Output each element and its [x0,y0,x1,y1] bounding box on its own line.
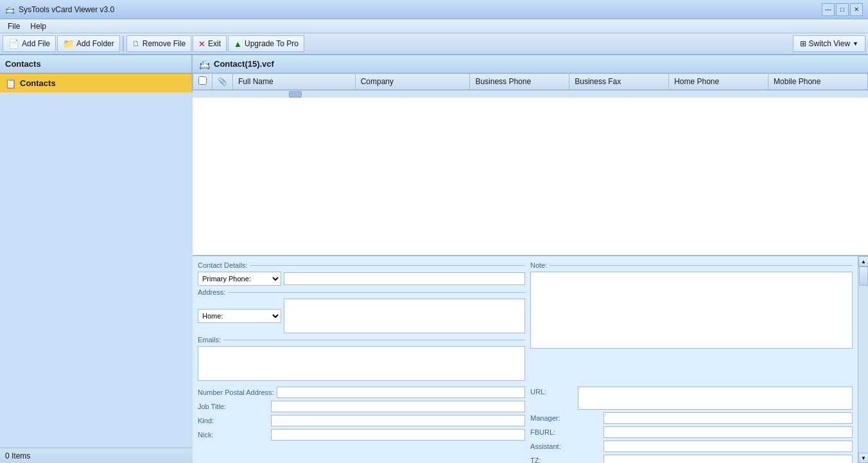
content-header: 📇 Contact(15).vcf [193,55,868,73]
sidebar-title: Contacts [5,59,41,69]
contact-details-label: Contact Details: [198,261,525,269]
status-text: 0 Items [5,451,30,460]
maximize-button[interactable]: □ [836,3,849,16]
bottom-left-panel: Number Postal Address: Job Title: Kind: [198,387,525,463]
note-line [550,265,853,266]
primary-phone-row: Primary Phone: Home Phone: Work Phone: M… [198,272,525,286]
fburl-row: FBURL: [530,426,853,438]
col-header-checkbox[interactable] [193,74,213,90]
select-all-checkbox[interactable] [198,76,207,85]
manager-label: Manager: [530,414,601,422]
assistant-label: Assistant: [530,442,601,450]
sidebar-contacts-icon: 📋 [5,78,16,89]
emails-textarea[interactable] [198,346,525,381]
col-header-mphone[interactable]: Mobile Phone [768,74,868,90]
upgrade-label: Upgrade To Pro [245,39,299,48]
address-type-select[interactable]: Home: Work: Other: [198,309,281,323]
close-button[interactable]: ✕ [850,3,863,16]
col-header-attachment: 📎 [213,74,233,90]
kind-label: Kind: [198,417,268,424]
nick-row: Nick: [198,429,525,441]
sidebar-header: Contacts [0,55,191,73]
col-hphone-label: Home Phone [674,77,719,86]
col-header-company[interactable]: Company [355,74,470,90]
switch-view-button[interactable]: ⊞ Switch View ▼ [793,35,865,52]
note-textarea[interactable] [530,272,853,349]
add-file-icon: 📄 [8,39,19,49]
note-label-section: Note: [530,261,853,269]
assistant-input[interactable] [603,441,853,452]
switch-view-icon: ⊞ [800,39,806,48]
exit-icon: ✕ [198,39,205,49]
toolbar-left: 📄 Add File 📁 Add Folder 🗋 Remove File ✕ … [3,35,304,52]
col-bfax-label: Business Fax [575,77,621,86]
menu-item-file[interactable]: File [3,19,25,33]
sidebar-bottom-label: Contacts [20,78,56,88]
scroll-down-arrow[interactable]: ▼ [858,453,868,463]
status-bar: 0 Items [0,448,193,463]
kind-input[interactable] [271,415,525,426]
col-header-bphone[interactable]: Business Phone [470,74,569,90]
manager-input[interactable] [603,412,853,424]
table-hscroll[interactable] [193,90,868,98]
url-textarea[interactable] [578,387,853,410]
toolbar-separator-1 [123,36,124,51]
add-folder-label: Add Folder [76,39,114,48]
content-area: 📇 Contact(15).vcf 📎 Full Name [193,55,868,463]
content-file-icon: 📇 [199,59,210,69]
main-layout: Contacts 📋 Contacts 0 Items 📇 Contact(15… [0,55,868,463]
primary-phone-select[interactable]: Primary Phone: Home Phone: Work Phone: M… [198,272,281,286]
emails-label: Emails: [198,336,525,344]
attachment-icon: 📎 [218,77,227,86]
col-header-fullname[interactable]: Full Name [233,74,356,90]
minimize-button[interactable]: — [822,3,835,16]
primary-phone-input[interactable] [284,272,525,285]
url-row: URL: [530,387,853,410]
scroll-up-arrow[interactable]: ▲ [858,256,868,266]
exit-label: Exit [208,39,221,48]
job-title-input[interactable] [271,401,525,412]
remove-file-label: Remove File [143,39,186,48]
number-postal-input[interactable] [277,387,525,398]
remove-file-button[interactable]: 🗋 Remove File [126,35,191,52]
tz-input[interactable] [603,455,853,463]
address-textarea[interactable] [284,299,525,333]
add-folder-icon: 📁 [63,39,74,49]
emails-line [223,340,525,340]
address-row: Home: Work: Other: [198,299,525,333]
scroll-track [858,266,868,453]
job-title-label: Job Title: [198,403,268,410]
add-file-button[interactable]: 📄 Add File [3,35,56,52]
table-container: 📎 Full Name Company Business Phone Busi [193,73,868,256]
add-folder-button[interactable]: 📁 Add Folder [57,35,120,52]
number-postal-label: Number Postal Address: [198,389,274,396]
address-text: Address: [198,288,225,296]
tz-row: TZ: [530,455,853,463]
tz-label: TZ: [530,457,601,463]
detail-vscroll[interactable]: ▲ ▼ [858,256,868,463]
title-bar-controls: — □ ✕ [822,3,863,16]
kind-row: Kind: [198,415,525,426]
detail-content: Contact Details: Primary Phone: Home Pho… [193,256,858,463]
exit-button[interactable]: ✕ Exit [193,35,227,52]
upgrade-button[interactable]: ▲ Upgrade To Pro [228,35,304,52]
menu-item-help[interactable]: Help [25,19,51,33]
contact-details-line [250,265,525,266]
table-hscroll-thumb[interactable] [289,91,302,98]
job-title-row: Job Title: [198,401,525,412]
scroll-thumb[interactable] [859,266,868,286]
detail-scroll-container: Contact Details: Primary Phone: Home Pho… [193,256,868,463]
sidebar-bottom-bar[interactable]: 📋 Contacts [0,73,191,92]
manager-row: Manager: [530,412,853,424]
fburl-input[interactable] [603,426,853,438]
col-company-label: Company [361,77,394,86]
col-header-bfax[interactable]: Business Fax [569,74,669,90]
toolbar: 📄 Add File 📁 Add Folder 🗋 Remove File ✕ … [0,33,868,55]
emails-text: Emails: [198,336,221,344]
col-header-hphone[interactable]: Home Phone [669,74,768,90]
content-file-title: Contact(15).vcf [214,59,274,69]
col-bphone-label: Business Phone [475,77,531,86]
add-file-label: Add File [22,39,50,48]
nick-input[interactable] [271,429,525,441]
switch-view-dropdown-icon: ▼ [853,40,858,47]
